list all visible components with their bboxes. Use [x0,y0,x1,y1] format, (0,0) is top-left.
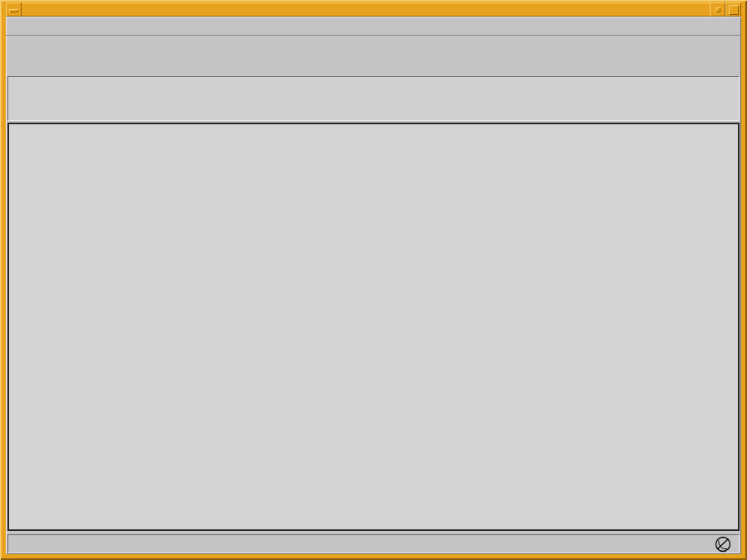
maximize-icon [729,5,739,15]
window-menu-icon [9,9,18,12]
status-bar [7,534,740,553]
window-title [22,2,710,17]
message-panel [7,76,740,121]
minimize-icon [715,7,720,12]
busy-globe-icon [714,535,732,553]
time-axis [9,480,738,529]
window-minimize-button[interactable] [710,2,725,17]
window-content [6,17,741,554]
window-maximize-button[interactable] [725,2,741,17]
channel-rows [9,124,738,529]
toolbar [6,36,741,75]
waveform-display[interactable] [7,123,740,531]
window-titlebar[interactable] [6,2,741,17]
app-window [0,0,747,560]
window-menu-button[interactable] [6,2,22,17]
menubar [6,17,741,36]
